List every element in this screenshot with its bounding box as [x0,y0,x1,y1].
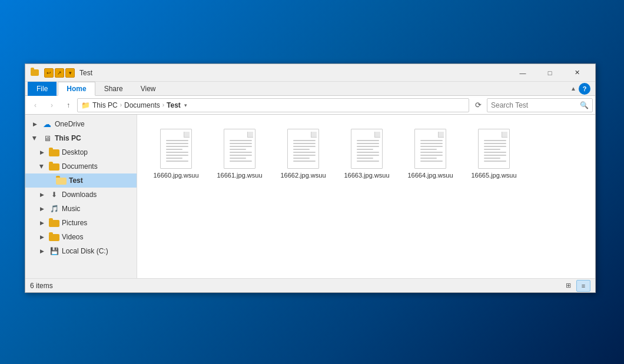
file-doc-icon [286,126,321,169]
sidebar-item-videos[interactable]: ▶ Videos [25,230,137,244]
view-buttons: ⊞ ≡ [561,280,590,292]
music-icon: 🎵 [49,204,59,213]
local-disk-icon: 💾 [49,246,59,256]
breadcrumb-documents[interactable]: Documents [124,101,160,109]
file-item[interactable]: 16665.jpg.wsuu [464,124,523,182]
address-path[interactable]: 📁 This PC › Documents › Test ▾ [77,98,469,112]
ribbon-help-area: ▲ ? [568,82,593,95]
address-dropdown-arrow[interactable]: ▾ [184,102,192,108]
tab-home[interactable]: Home [58,82,95,96]
tab-file[interactable]: File [28,82,57,96]
this-pc-label: This PC [55,134,81,142]
sidebar: ▶ ☁ OneDrive ▶ 🖥 This PC ▶ Des [25,115,137,278]
item-count: 6 items [30,282,561,290]
breadcrumb-current: Test [167,101,181,109]
file-name: 16665.jpg.wsuu [471,171,516,179]
test-label: Test [69,176,83,185]
up-button[interactable]: ↑ [61,98,76,113]
sidebar-item-onedrive[interactable]: ▶ ☁ OneDrive [25,117,137,131]
local-disk-label: Local Disk (C:) [62,247,108,255]
file-item[interactable]: 16664.jpg.wsuu [401,124,460,182]
breadcrumb-sep-1: › [120,102,122,108]
forward-button[interactable]: › [44,98,59,113]
this-pc-icon: 🖥 [42,133,52,143]
window-controls: — □ ✕ [509,64,590,82]
close-button[interactable]: ✕ [563,64,590,82]
list-view-button[interactable]: ≡ [576,280,590,292]
test-expand-icon [44,176,54,185]
documents-label: Documents [62,162,98,171]
forward-icon: › [51,101,53,109]
file-doc-icon [413,126,448,169]
sidebar-item-local-disk[interactable]: ▶ 💾 Local Disk (C:) [25,244,137,258]
sidebar-item-documents[interactable]: ▶ Documents [25,159,137,173]
ribbon: File Home Share View ▲ ? [25,82,595,96]
sidebar-item-this-pc[interactable]: ▶ 🖥 This PC [25,131,137,145]
downloads-label: Downloads [62,191,97,199]
sidebar-item-desktop[interactable]: ▶ Desktop [25,145,137,159]
address-folder-icon: 📁 [81,101,90,109]
videos-expand-icon: ▶ [37,232,47,242]
desktop-folder-icon [49,148,59,156]
file-doc-icon [349,126,384,169]
desktop-label: Desktop [62,148,88,156]
onedrive-icon: ☁ [42,119,52,129]
thispc-expand-icon: ▶ [30,133,39,143]
maximize-button[interactable]: □ [536,64,563,82]
documents-folder-icon [49,162,59,171]
breadcrumb-this-pc[interactable]: This PC [92,101,118,109]
file-name: 16663.jpg.wsuu [344,171,389,179]
refresh-icon: ⟳ [475,101,482,109]
file-doc-icon [476,126,512,169]
quick-btn-1[interactable]: ↩ [44,68,54,78]
file-name: 16661.jpg.wsuu [217,171,262,179]
file-item[interactable]: 16661.jpg.wsuu [210,124,269,182]
file-explorer-window: ↩ ↗ ▾ Test — □ ✕ File Home Share View ▲ … [25,64,596,293]
window-title: Test [79,69,509,77]
pictures-label: Pictures [62,219,87,227]
quick-access-buttons: ↩ ↗ ▾ [44,68,75,78]
main-area: ▶ ☁ OneDrive ▶ 🖥 This PC ▶ Des [25,115,595,278]
ribbon-collapse-icon[interactable]: ▲ [568,84,579,93]
breadcrumb-sep-2: › [162,102,164,108]
search-input[interactable] [491,101,580,109]
search-box[interactable]: 🔍 [487,98,593,112]
up-icon: ↑ [67,101,70,109]
grid-view-button[interactable]: ⊞ [561,280,575,292]
pictures-expand-icon: ▶ [37,218,47,228]
quick-btn-3[interactable]: ▾ [65,68,75,78]
sidebar-item-downloads[interactable]: ▶ ⬇ Downloads [25,188,137,202]
minimize-button[interactable]: — [509,64,536,82]
onedrive-label: OneDrive [55,120,85,128]
ribbon-tabs: File Home Share View ▲ ? [25,82,595,95]
music-expand-icon: ▶ [37,204,47,213]
pictures-folder-icon [49,219,59,227]
file-item[interactable]: 16662.jpg.wsuu [274,124,333,182]
help-button[interactable]: ? [579,83,590,95]
window-icon [30,68,39,78]
local-disk-expand-icon: ▶ [37,246,47,256]
tab-view[interactable]: View [132,82,165,96]
videos-label: Videos [62,233,83,241]
search-icon[interactable]: 🔍 [580,101,589,109]
tab-share[interactable]: Share [95,82,132,96]
onedrive-expand-icon: ▶ [30,119,39,129]
file-item[interactable]: 16663.jpg.wsuu [337,124,396,182]
file-item[interactable]: 16660.jpg.wsuu [147,124,205,182]
sidebar-item-pictures[interactable]: ▶ Pictures [25,216,137,230]
file-name: 16664.jpg.wsuu [407,171,453,179]
refresh-button[interactable]: ⟳ [470,98,486,113]
videos-folder-icon [49,233,59,241]
documents-expand-icon: ▶ [37,162,47,171]
sidebar-item-music[interactable]: ▶ 🎵 Music [25,202,137,216]
downloads-icon: ⬇ [49,190,59,199]
back-button[interactable]: ‹ [28,98,43,113]
title-bar: ↩ ↗ ▾ Test — □ ✕ [25,64,595,82]
sidebar-item-test[interactable]: Test [25,173,137,188]
back-icon: ‹ [34,101,36,109]
address-bar: ‹ › ↑ 📁 This PC › Documents › Test ▾ ⟳ 🔍 [25,96,595,115]
test-folder-icon [56,176,67,185]
music-label: Music [62,205,80,213]
file-area: 16660.jpg.wsuu 16661 [137,115,595,278]
quick-btn-2[interactable]: ↗ [55,68,64,78]
